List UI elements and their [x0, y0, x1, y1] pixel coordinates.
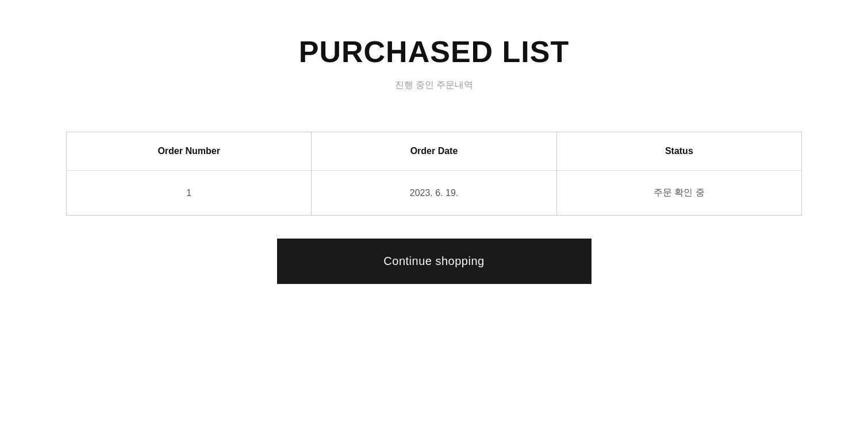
- continue-shopping-button[interactable]: Continue shopping: [277, 239, 592, 284]
- col-header-order-date: Order Date: [312, 132, 556, 171]
- col-header-status: Status: [556, 132, 801, 171]
- cell-order-number: 1: [67, 171, 312, 216]
- table-row: 12023. 6. 19.주문 확인 중: [67, 171, 802, 216]
- page-container: PURCHASED LIST 진행 중인 주문내역 Order Number O…: [32, 34, 836, 284]
- cell-order-date: 2023. 6. 19.: [312, 171, 556, 216]
- page-title: PURCHASED LIST: [299, 34, 569, 69]
- orders-table: Order Number Order Date Status 12023. 6.…: [66, 132, 802, 216]
- table-header-row: Order Number Order Date Status: [67, 132, 802, 171]
- col-header-order-number: Order Number: [67, 132, 312, 171]
- page-subtitle: 진행 중인 주문내역: [395, 79, 474, 91]
- cell-status: 주문 확인 중: [556, 171, 801, 216]
